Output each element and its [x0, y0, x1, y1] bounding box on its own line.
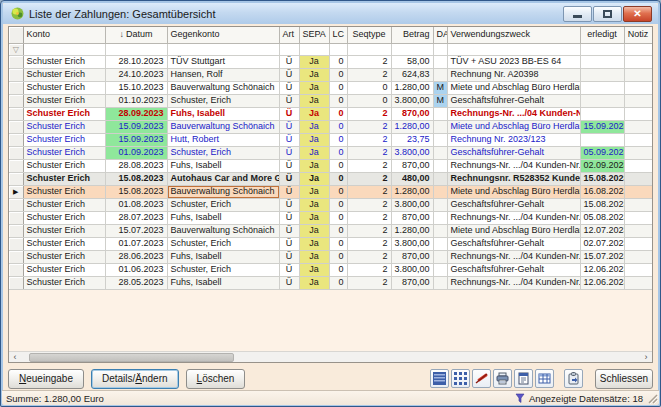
row-selector[interactable]	[9, 133, 23, 146]
cell-art[interactable]: Ü	[279, 120, 299, 133]
notes-button[interactable]	[514, 369, 533, 388]
cell-art[interactable]: Ü	[279, 68, 299, 81]
column-header-betrag[interactable]: Betrag	[391, 27, 433, 43]
row-selector[interactable]	[9, 198, 23, 211]
cell-betrag[interactable]: 3.800,00	[391, 94, 433, 107]
table-row[interactable]: Schuster Erich15.09.2023Hutt, RobertÜJa0…	[9, 133, 652, 146]
cell-datum[interactable]: 01.10.2023	[105, 94, 167, 107]
cell-art[interactable]: Ü	[279, 237, 299, 250]
row-selector[interactable]	[9, 81, 23, 94]
row-selector[interactable]	[9, 68, 23, 81]
cell-datum[interactable]: 15.08.2023	[105, 172, 167, 185]
cell-datum[interactable]: 15.08.2023	[105, 185, 167, 198]
row-selector[interactable]: ▶	[9, 185, 23, 198]
table-row[interactable]: Schuster Erich28.05.2023Fuhs, IsabellÜJa…	[9, 276, 652, 289]
scrollbar-track[interactable]	[21, 352, 640, 362]
cell-sepa[interactable]: Ja	[299, 159, 329, 172]
cell-betrag[interactable]: 870,00	[391, 250, 433, 263]
column-header-sepa[interactable]: SEPA	[299, 27, 329, 43]
cell-gegenkonto[interactable]: Bauverwaltung Schönaich	[167, 185, 279, 198]
cell-da[interactable]	[433, 211, 447, 224]
cell-da[interactable]	[433, 55, 447, 68]
cell-sepa[interactable]: Ja	[299, 224, 329, 237]
cell-lc[interactable]: 0	[329, 68, 347, 81]
cell-gegenkonto[interactable]: Hansen, Rolf	[167, 68, 279, 81]
cell-seqtype[interactable]: 2	[347, 237, 391, 250]
column-header-art[interactable]: Art	[279, 27, 299, 43]
cell-datum[interactable]: 15.10.2023	[105, 81, 167, 94]
cell-betrag[interactable]: 870,00	[391, 211, 433, 224]
column-header-vz[interactable]: Verwendungszweck	[447, 27, 580, 43]
cell-art[interactable]: Ü	[279, 159, 299, 172]
cell-datum[interactable]: 15.09.2023	[105, 120, 167, 133]
cell-sepa[interactable]: Ja	[299, 250, 329, 263]
resize-grip[interactable]	[647, 393, 658, 404]
cell-datum[interactable]: 01.07.2023	[105, 237, 167, 250]
cell-notiz[interactable]	[624, 68, 652, 81]
cell-lc[interactable]: 0	[329, 198, 347, 211]
scroll-right-icon[interactable]: ›	[640, 352, 652, 362]
cell-vz[interactable]: Rechnung Nr. 2023/123	[447, 133, 580, 146]
cell-betrag[interactable]: 3.800,00	[391, 198, 433, 211]
row-selector[interactable]	[9, 263, 23, 276]
cell-sepa[interactable]: Ja	[299, 237, 329, 250]
cell-gegenkonto[interactable]: Fuhs, Isabell	[167, 159, 279, 172]
clipboard-button[interactable]	[564, 369, 583, 388]
cell-notiz[interactable]	[624, 146, 652, 159]
cell-konto[interactable]: Schuster Erich	[23, 55, 105, 68]
cell-betrag[interactable]: 624,83	[391, 68, 433, 81]
cell-betrag[interactable]: 3.800,00	[391, 263, 433, 276]
row-selector[interactable]	[9, 211, 23, 224]
cell-konto[interactable]: Schuster Erich	[23, 276, 105, 289]
cell-vz[interactable]: Rechnungs-Nr. .../04 Kunden-Nr. 1090	[447, 107, 580, 120]
cell-art[interactable]: Ü	[279, 94, 299, 107]
filter-cell-gegenkonto[interactable]	[167, 43, 279, 55]
cell-vz[interactable]: Geschäftsführer-Gehalt	[447, 198, 580, 211]
table-row[interactable]: Schuster Erich01.10.2023Schuster, ErichÜ…	[9, 94, 652, 107]
row-selector[interactable]	[9, 107, 23, 120]
titlebar[interactable]: Liste der Zahlungen: Gesamtübersicht ✕	[3, 3, 658, 24]
cell-erledigt[interactable]: 15.09.2023	[580, 120, 624, 133]
cell-lc[interactable]: 0	[329, 211, 347, 224]
cell-da[interactable]	[433, 185, 447, 198]
cell-sepa[interactable]: Ja	[299, 276, 329, 289]
filter-cell-da[interactable]	[433, 43, 447, 55]
cell-notiz[interactable]	[624, 159, 652, 172]
cell-datum[interactable]: 28.06.2023	[105, 250, 167, 263]
row-selector[interactable]	[9, 172, 23, 185]
cell-sepa[interactable]: Ja	[299, 146, 329, 159]
filter-row[interactable]: ▽	[9, 43, 652, 55]
cell-seqtype[interactable]: 0	[347, 94, 391, 107]
details-edit-button[interactable]: Details/Ändern	[91, 369, 179, 389]
cell-gegenkonto[interactable]: Bauverwaltung Schönaich	[167, 120, 279, 133]
cell-art[interactable]: Ü	[279, 55, 299, 68]
delete-button[interactable]: Löschen	[186, 369, 246, 389]
printer-button[interactable]	[493, 369, 512, 388]
cell-gegenkonto[interactable]: Fuhs, Isabell	[167, 107, 279, 120]
table-row[interactable]: ▶Schuster Erich15.08.2023Bauverwaltung S…	[9, 185, 652, 198]
cell-erledigt[interactable]	[580, 55, 624, 68]
cell-erledigt[interactable]: 02.07.2023	[580, 237, 624, 250]
row-selector[interactable]	[9, 237, 23, 250]
maximize-button[interactable]	[593, 6, 622, 22]
cell-lc[interactable]: 0	[329, 237, 347, 250]
scroll-left-icon[interactable]: ‹	[9, 352, 21, 362]
new-entry-button[interactable]: Neueingabe	[8, 369, 84, 389]
cell-lc[interactable]: 0	[329, 55, 347, 68]
cell-lc[interactable]: 0	[329, 172, 347, 185]
cell-notiz[interactable]	[624, 81, 652, 94]
cell-konto[interactable]: Schuster Erich	[23, 198, 105, 211]
cell-notiz[interactable]	[624, 94, 652, 107]
red-pen-button[interactable]	[472, 369, 491, 388]
table-row[interactable]: Schuster Erich01.09.2023Schuster, ErichÜ…	[9, 146, 652, 159]
cell-notiz[interactable]	[624, 185, 652, 198]
row-selector[interactable]	[9, 250, 23, 263]
cell-konto[interactable]: Schuster Erich	[23, 172, 105, 185]
table-row[interactable]: Schuster Erich15.08.2023Autohaus Car and…	[9, 172, 652, 185]
cell-sepa[interactable]: Ja	[299, 94, 329, 107]
cell-betrag[interactable]: 870,00	[391, 107, 433, 120]
filter-cell-datum[interactable]	[105, 43, 167, 55]
cell-erledigt[interactable]	[580, 107, 624, 120]
cell-sepa[interactable]: Ja	[299, 263, 329, 276]
table-row[interactable]: Schuster Erich28.09.2023Fuhs, IsabellÜJa…	[9, 107, 652, 120]
